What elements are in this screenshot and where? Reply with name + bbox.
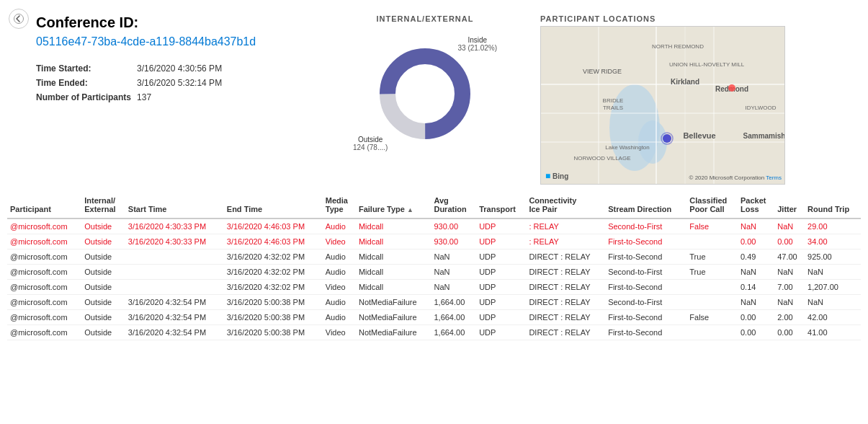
table-row: @microsoft.comOutside3/16/2020 4:32:02 P… xyxy=(7,265,861,280)
col-end-time[interactable]: End Time xyxy=(224,192,323,218)
cell-participant[interactable]: @microsoft.com xyxy=(7,249,81,265)
svg-text:Sammamish: Sammamish xyxy=(743,132,785,140)
col-media-type[interactable]: MediaType xyxy=(323,192,356,218)
cell-participant[interactable]: @microsoft.com xyxy=(7,280,81,295)
cell-transport: UDP xyxy=(476,325,526,340)
cell-jitter: 0.00 xyxy=(774,325,805,340)
cell-start_time: 3/16/2020 4:32:54 PM xyxy=(125,295,224,310)
cell-participant[interactable]: @microsoft.com xyxy=(7,265,81,280)
cell-end_time: 3/16/2020 4:46:03 PM xyxy=(224,234,323,249)
conference-info-panel: Conference ID: 05116e47-73ba-4cde-a119-8… xyxy=(36,14,310,185)
terms-link[interactable]: Terms xyxy=(766,175,782,181)
conference-id-value[interactable]: 05116e47-73ba-4cde-a119-8844ba437b1d xyxy=(36,35,310,48)
col-jitter[interactable]: Jitter xyxy=(774,192,805,218)
col-packet-loss[interactable]: PacketLoss xyxy=(738,192,774,218)
map-svg: NORTH REDMOND UNION HILL-NOVELTY MILL VI… xyxy=(541,27,785,185)
cell-stream_direction: First-to-Second xyxy=(605,325,686,340)
time-started-label: Time Started: xyxy=(36,61,137,76)
cell-stream_direction: First-to-Second xyxy=(605,234,686,249)
svg-text:VIEW RIDGE: VIEW RIDGE xyxy=(583,68,622,75)
col-failure-type[interactable]: Failure Type ▲ xyxy=(356,192,431,218)
outside-label: Outside 124 (78....) xyxy=(353,136,388,151)
time-ended-value: 3/16/2020 5:32:14 PM xyxy=(137,76,228,90)
cell-connectivity_ice_pair: DIRECT : RELAY xyxy=(526,325,605,340)
cell-failure_type: Midcall xyxy=(356,265,431,280)
cell-packet_loss: 0.14 xyxy=(738,280,774,295)
cell-media_type: Audio xyxy=(323,310,356,325)
cell-transport: UDP xyxy=(476,295,526,310)
cell-classified_poor_call xyxy=(686,295,738,310)
cell-classified_poor_call: True xyxy=(686,249,738,265)
col-participant[interactable]: Participant xyxy=(7,192,81,218)
cell-internal_external: Outside xyxy=(81,310,125,325)
back-button[interactable] xyxy=(9,9,29,29)
svg-text:NORWOOD VILLAGE: NORWOOD VILLAGE xyxy=(574,155,631,162)
cell-round_trip: 34.00 xyxy=(805,234,861,249)
cell-failure_type: NotMediaFailure xyxy=(356,295,431,310)
cell-jitter: 2.00 xyxy=(774,310,805,325)
cell-end_time: 3/16/2020 4:32:02 PM xyxy=(224,265,323,280)
cell-stream_direction: First-to-Second xyxy=(605,310,686,325)
back-arrow-icon xyxy=(14,14,24,24)
table-row: @microsoft.comOutside3/16/2020 4:32:02 P… xyxy=(7,249,861,265)
col-round-trip[interactable]: Round Trip xyxy=(805,192,861,218)
col-avg-duration[interactable]: AvgDuration xyxy=(431,192,476,218)
cell-jitter: NaN xyxy=(774,218,805,234)
cell-stream_direction: First-to-Second xyxy=(605,249,686,265)
cell-connectivity_ice_pair: DIRECT : RELAY xyxy=(526,295,605,310)
cell-start_time: 3/16/2020 4:32:54 PM xyxy=(125,325,224,340)
cell-participant[interactable]: @microsoft.com xyxy=(7,234,81,249)
cell-round_trip: 29.00 xyxy=(805,218,861,234)
cell-connectivity_ice_pair: : RELAY xyxy=(526,218,605,234)
cell-participant[interactable]: @microsoft.com xyxy=(7,310,81,325)
svg-text:UNION HILL-NOVELTY MILL: UNION HILL-NOVELTY MILL xyxy=(669,61,745,68)
cell-transport: UDP xyxy=(476,218,526,234)
col-start-time[interactable]: Start Time xyxy=(125,192,224,218)
table-row: @microsoft.comOutside3/16/2020 4:32:54 P… xyxy=(7,325,861,340)
cell-avg_duration: NaN xyxy=(431,280,476,295)
col-classified-poor-call[interactable]: ClassifiedPoor Call xyxy=(686,192,738,218)
cell-round_trip: 42.00 xyxy=(805,310,861,325)
svg-point-0 xyxy=(14,14,24,24)
time-ended-label: Time Ended: xyxy=(36,76,137,90)
col-stream-direction[interactable]: Stream Direction xyxy=(605,192,686,218)
table-header-row: Participant Internal/External Start Time… xyxy=(7,192,861,218)
table-wrapper[interactable]: Participant Internal/External Start Time… xyxy=(7,192,861,340)
cell-avg_duration: 930.00 xyxy=(431,234,476,249)
cell-avg_duration: NaN xyxy=(431,265,476,280)
cell-stream_direction: Second-to-First xyxy=(605,265,686,280)
cell-connectivity_ice_pair: DIRECT : RELAY xyxy=(526,310,605,325)
cell-participant[interactable]: @microsoft.com xyxy=(7,295,81,310)
table-row: @microsoft.comOutside3/16/2020 4:30:33 P… xyxy=(7,234,861,249)
cell-transport: UDP xyxy=(476,310,526,325)
col-internal-external[interactable]: Internal/External xyxy=(81,192,125,218)
cell-connectivity_ice_pair: : RELAY xyxy=(526,234,605,249)
cell-end_time: 3/16/2020 4:32:02 PM xyxy=(224,249,323,265)
svg-point-3 xyxy=(398,66,452,121)
chart-title: INTERNAL/EXTERNAL xyxy=(377,14,474,23)
map-title: PARTICIPANT LOCATIONS xyxy=(540,14,854,23)
cell-failure_type: Midcall xyxy=(356,249,431,265)
cell-classified_poor_call: False xyxy=(686,310,738,325)
cell-internal_external: Outside xyxy=(81,280,125,295)
cell-participant[interactable]: @microsoft.com xyxy=(7,325,81,340)
cell-classified_poor_call xyxy=(686,325,738,340)
cell-end_time: 3/16/2020 5:00:38 PM xyxy=(224,325,323,340)
col-transport[interactable]: Transport xyxy=(476,192,526,218)
internal-external-chart-panel: INTERNAL/EXTERNAL Inside 33 (21.02%) Out… xyxy=(324,14,526,185)
cell-internal_external: Outside xyxy=(81,265,125,280)
cell-participant[interactable]: @microsoft.com xyxy=(7,218,81,234)
cell-packet_loss: NaN xyxy=(738,218,774,234)
cell-failure_type: NotMediaFailure xyxy=(356,310,431,325)
cell-avg_duration: 1,664.00 xyxy=(431,310,476,325)
col-connectivity-ice-pair[interactable]: ConnectivityIce Pair xyxy=(526,192,605,218)
cell-start_time: 3/16/2020 4:32:54 PM xyxy=(125,310,224,325)
cell-jitter: NaN xyxy=(774,265,805,280)
cell-classified_poor_call: True xyxy=(686,265,738,280)
cell-connectivity_ice_pair: DIRECT : RELAY xyxy=(526,280,605,295)
svg-point-20 xyxy=(728,84,735,92)
cell-packet_loss: 0.00 xyxy=(738,325,774,340)
cell-end_time: 3/16/2020 5:00:38 PM xyxy=(224,295,323,310)
cell-classified_poor_call xyxy=(686,280,738,295)
cell-failure_type: Midcall xyxy=(356,218,431,234)
